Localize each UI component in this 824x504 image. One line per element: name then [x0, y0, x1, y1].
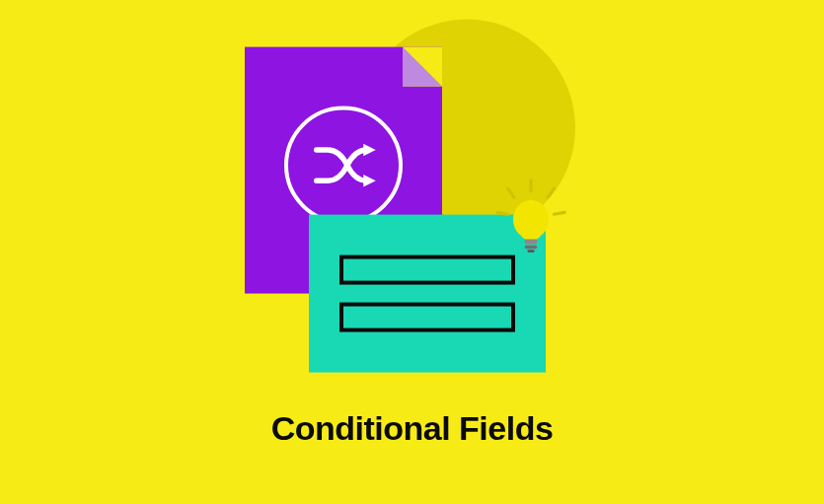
illustration-container [190, 36, 635, 451]
svg-rect-7 [524, 245, 537, 249]
svg-rect-6 [524, 239, 537, 244]
shuffle-icon [305, 126, 382, 203]
svg-line-3 [496, 212, 507, 214]
lightbulb-icon [487, 175, 575, 263]
document-fold-corner [403, 46, 442, 86]
svg-point-5 [513, 199, 549, 239]
svg-line-2 [548, 188, 554, 197]
svg-line-4 [554, 212, 564, 214]
shuffle-circle-outline [284, 106, 403, 224]
svg-line-1 [507, 188, 513, 197]
feature-title: Conditional Fields [271, 409, 554, 448]
form-field-2 [339, 302, 515, 331]
svg-rect-8 [527, 250, 534, 252]
